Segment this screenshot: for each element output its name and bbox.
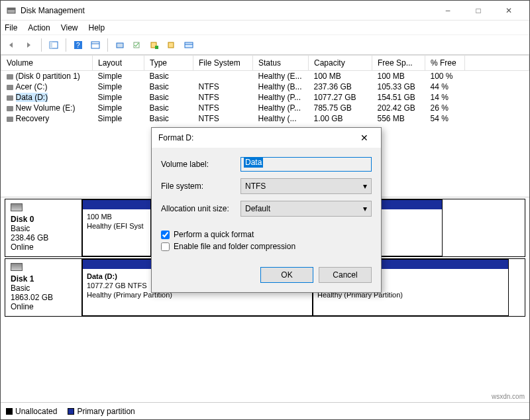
show-hide-tree-button[interactable]: [46, 38, 61, 52]
close-button[interactable]: ✕: [494, 1, 524, 21]
disk-info: Disk 1Basic1863.02 GBOnline: [5, 259, 82, 316]
window-title: Disk Management: [21, 6, 433, 15]
svg-rect-12: [168, 42, 174, 48]
volume-icon: [7, 106, 13, 111]
svg-rect-1: [7, 8, 15, 10]
svg-text:?: ?: [76, 42, 80, 49]
menu-help[interactable]: Help: [89, 23, 105, 32]
chevron-down-icon: ▾: [363, 182, 367, 191]
svg-rect-8: [117, 43, 123, 48]
disk-info: Disk 0Basic238.46 GBOnline: [5, 199, 82, 256]
app-icon: [6, 5, 17, 16]
disk-icon: [11, 263, 23, 271]
compression-checkbox[interactable]: Enable file and folder compression: [161, 242, 372, 251]
properties-button[interactable]: [88, 38, 103, 52]
action-button-1[interactable]: [130, 38, 144, 52]
disk-icon: [11, 203, 23, 211]
maximize-button[interactable]: □: [463, 1, 494, 21]
col-pct[interactable]: % Free: [425, 56, 465, 71]
action-button-2[interactable]: [147, 38, 162, 52]
svg-rect-11: [155, 46, 158, 49]
volume-label-label: Volume label:: [161, 160, 240, 169]
action-button-3[interactable]: [164, 38, 179, 52]
action-button-4[interactable]: [182, 38, 196, 52]
volume-icon: [7, 117, 13, 122]
minimize-button[interactable]: –: [433, 1, 463, 21]
volume-row[interactable]: (Disk 0 partition 1)SimpleBasicHealthy (…: [1, 71, 529, 82]
menu-view[interactable]: View: [61, 23, 78, 32]
dialog-titlebar: Format D: ✕: [152, 128, 381, 148]
legend-primary: Primary partition: [68, 407, 134, 416]
watermark: wsxdn.com: [492, 393, 525, 400]
col-capacity[interactable]: Capacity: [309, 56, 372, 71]
svg-rect-6: [91, 42, 99, 48]
svg-rect-13: [185, 42, 193, 48]
volume-icon: [7, 74, 13, 79]
cancel-button[interactable]: Cancel: [319, 267, 372, 283]
filesystem-label: File system:: [161, 182, 240, 191]
toolbar: ?: [1, 35, 529, 55]
legend-unallocated: Unallocated: [6, 407, 57, 416]
allocation-unit-select[interactable]: Default▾: [240, 201, 372, 217]
col-fs[interactable]: File System: [193, 56, 253, 71]
chevron-down-icon: ▾: [363, 204, 367, 213]
col-free[interactable]: Free Sp...: [372, 56, 425, 71]
volume-icon: [7, 95, 13, 101]
ok-button[interactable]: OK: [260, 267, 313, 283]
menubar: File Action View Help: [1, 21, 529, 35]
refresh-button[interactable]: [113, 38, 127, 52]
col-layout[interactable]: Layout: [93, 56, 144, 71]
format-dialog: Format D: ✕ Volume label: Data File syst…: [151, 127, 382, 293]
filesystem-select[interactable]: NTFS▾: [240, 178, 372, 194]
dialog-title: Format D:: [158, 133, 354, 142]
volume-row[interactable]: Acer (C:)SimpleBasicNTFSHealthy (B...237…: [1, 81, 529, 92]
back-button[interactable]: [5, 38, 19, 52]
volume-label-input[interactable]: Data: [240, 157, 372, 172]
titlebar: Disk Management – □ ✕: [1, 1, 529, 21]
volume-icon: [7, 85, 13, 90]
volume-row[interactable]: Data (D:)SimpleBasicNTFSHealthy (P...107…: [1, 92, 529, 103]
col-volume[interactable]: Volume: [1, 56, 93, 71]
legend: Unallocated Primary partition: [1, 402, 529, 419]
help-button[interactable]: ?: [71, 38, 85, 52]
forward-button[interactable]: [22, 38, 36, 52]
column-headers[interactable]: Volume Layout Type File System Status Ca…: [1, 56, 529, 71]
allocation-unit-label: Allocation unit size:: [161, 204, 240, 213]
svg-rect-3: [50, 42, 52, 48]
volume-row[interactable]: RecoverySimpleBasicNTFSHealthy (...1.00 …: [1, 113, 529, 124]
quick-format-checkbox[interactable]: Perform a quick format: [161, 230, 372, 239]
dialog-close-button[interactable]: ✕: [354, 132, 374, 143]
partition[interactable]: 100 MBHealthy (EFI Syst: [82, 199, 151, 256]
col-type[interactable]: Type: [144, 56, 193, 71]
menu-file[interactable]: File: [5, 23, 17, 32]
menu-action[interactable]: Action: [28, 23, 50, 32]
volume-row[interactable]: New Volume (E:)SimpleBasicNTFSHealthy (P…: [1, 103, 529, 113]
col-status[interactable]: Status: [253, 56, 309, 71]
